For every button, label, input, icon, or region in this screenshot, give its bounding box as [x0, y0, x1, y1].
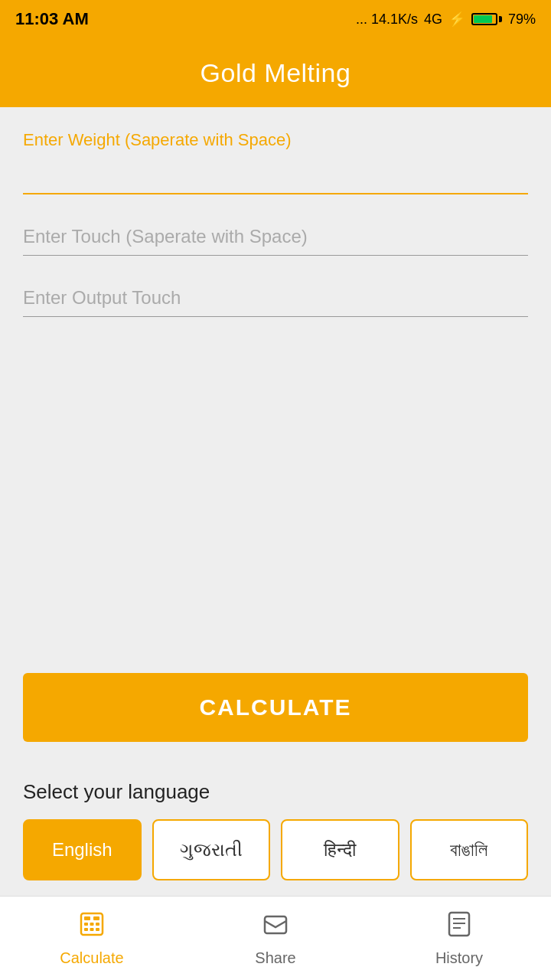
status-4g: 4G — [424, 11, 442, 28]
charging-icon: ⚡ — [448, 11, 465, 28]
calculator-icon — [78, 910, 106, 945]
history-icon — [445, 910, 473, 945]
weight-input[interactable] — [23, 156, 528, 194]
status-time: 11:03 AM — [15, 9, 89, 29]
nav-label-calculate: Calculate — [60, 949, 123, 967]
status-right: ... 14.1K/s 4G ⚡ 79% — [356, 11, 536, 28]
svg-rect-3 — [84, 923, 88, 926]
app-header: Gold Melting — [0, 38, 551, 107]
weight-input-group: Enter Weight (Saperate with Space) — [23, 130, 528, 194]
svg-rect-5 — [96, 923, 99, 926]
status-bar: 11:03 AM ... 14.1K/s 4G ⚡ 79% — [0, 0, 551, 38]
nav-label-history: History — [435, 949, 483, 967]
svg-rect-1 — [84, 916, 90, 920]
output-touch-input[interactable] — [23, 279, 528, 317]
language-section: Select your language English ગુજરાતી हिन… — [0, 780, 551, 896]
lang-btn-english[interactable]: English — [23, 819, 142, 880]
calculate-button[interactable]: CALCULATE — [23, 673, 528, 742]
language-buttons: English ગુજરાતી हिन्दी বাঙালি — [23, 819, 528, 880]
touch-input[interactable] — [23, 217, 528, 256]
nav-item-calculate[interactable]: Calculate — [0, 897, 184, 980]
svg-rect-2 — [93, 916, 99, 920]
status-network: ... 14.1K/s — [356, 11, 418, 28]
status-battery: 79% — [508, 11, 536, 28]
touch-input-group — [23, 217, 528, 256]
bottom-nav: Calculate Share History — [0, 896, 551, 980]
main-content: Enter Weight (Saperate with Space) CALCU… — [0, 107, 551, 780]
svg-rect-8 — [96, 928, 99, 931]
lang-btn-hindi[interactable]: हिन्दी — [281, 819, 399, 880]
app-title: Gold Melting — [201, 58, 351, 88]
svg-rect-7 — [90, 928, 94, 931]
nav-label-share: Share — [255, 949, 295, 967]
battery-icon — [471, 13, 502, 25]
share-icon — [262, 910, 289, 945]
nav-item-share[interactable]: Share — [184, 897, 367, 980]
svg-rect-9 — [265, 916, 286, 933]
lang-btn-bengali[interactable]: বাঙালি — [410, 819, 529, 880]
language-section-title: Select your language — [23, 780, 528, 804]
svg-rect-4 — [90, 923, 94, 926]
nav-item-history[interactable]: History — [367, 897, 551, 980]
svg-rect-6 — [84, 928, 88, 931]
weight-label: Enter Weight (Saperate with Space) — [23, 130, 528, 150]
output-touch-input-group — [23, 279, 528, 317]
lang-btn-gujarati[interactable]: ગુજરાતી — [152, 819, 271, 880]
